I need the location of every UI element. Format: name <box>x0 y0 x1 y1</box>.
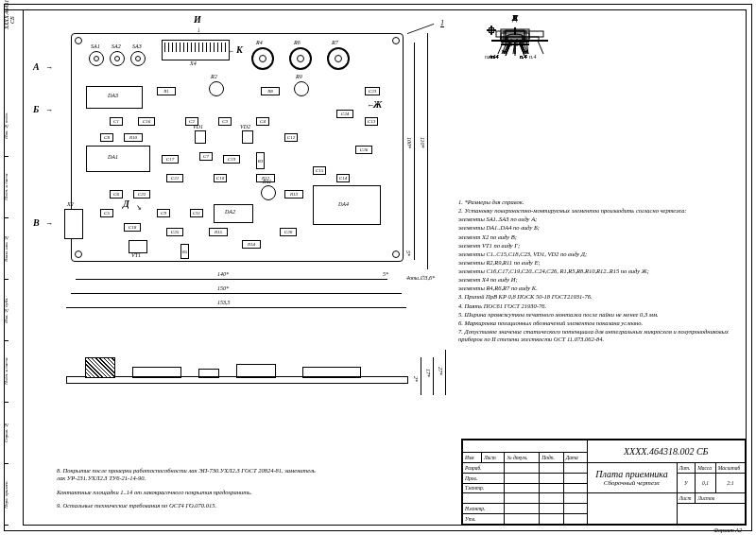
comp-C25: C25 <box>166 228 183 236</box>
comp-C15: C15 <box>313 166 326 175</box>
dim-line <box>427 33 428 269</box>
comp-C23: C23 <box>365 87 380 95</box>
section-mark-V: В <box>33 217 40 228</box>
comp-SA2 <box>110 51 125 66</box>
dim-line <box>414 43 415 260</box>
note: 6. Маркировка позиционных обозначений эл… <box>458 319 742 327</box>
dim-line <box>71 293 402 294</box>
comp-R3: R3 <box>256 152 265 169</box>
dim-w1: 140* <box>217 271 229 277</box>
side-comp <box>302 367 361 378</box>
left-margin-column: ХХХХ.464318.002 СБ Инв. № подл. Подп. и … <box>4 9 24 526</box>
comp-C14: C14 <box>336 174 350 182</box>
dim-line <box>421 357 421 395</box>
comp-SA3 <box>130 51 146 66</box>
drawing-number-rotated: ХХХХ.464318.002 СБ <box>4 9 23 29</box>
note: элемент X4 по виду И; <box>458 276 742 284</box>
comp-SA1 <box>89 51 104 66</box>
note: 5. Ширина промежутков печатного монтажа … <box>458 311 742 319</box>
note: 3. Припой ПрВ КР 0,8 ПОСК 50-18 ГОСТ2193… <box>458 293 742 301</box>
comp-C20: C20 <box>280 228 297 236</box>
svg-line-60 <box>506 44 510 56</box>
pcb-top-view: А → Б → В → Д ↘ И ↓ К ← Ж ← SA1 SA2 SA3 <box>28 14 444 336</box>
mounting-hole <box>392 37 400 44</box>
label: R9 <box>296 74 302 79</box>
label: VT1 <box>131 252 141 258</box>
comp-C10: C10 <box>214 174 227 182</box>
mounting-hole <box>392 250 400 258</box>
tb-cell: Лит. <box>677 462 696 473</box>
tb-cell: 0,1 <box>696 473 716 493</box>
tb-cell: Дата <box>563 453 587 463</box>
section-mark-B: Б <box>33 104 39 114</box>
comp-R5: R5 <box>180 244 189 259</box>
tb-cell: Лист <box>677 493 696 504</box>
margin-cell: Справ. № <box>4 403 9 464</box>
label: X4 <box>190 60 197 66</box>
mounting-hole <box>75 37 82 44</box>
section-mark-A: А <box>33 61 40 72</box>
comp-C12: C12 <box>284 133 298 142</box>
comp-R8: R8 <box>261 87 280 95</box>
dim-line <box>66 307 406 308</box>
note: элементы C16,C17,C19,C20..C24,C26, R1,R5… <box>458 268 742 275</box>
comp-C18: C18 <box>124 223 141 232</box>
comp-VD1 <box>195 130 206 144</box>
comp-R4 <box>251 47 274 70</box>
pcb-side-view: 2* 17* 27* <box>28 350 406 406</box>
comp-R1: R1 <box>157 87 176 95</box>
label: DA2 <box>225 209 235 215</box>
drawing-sheet: ХХХХ.464318.002 СБ Инв. № подл. Подп. и … <box>0 0 756 535</box>
note: Контактные площадки 1..14 от лакокрасочн… <box>57 489 321 496</box>
note: 8. Покрытие после проверки работоспособн… <box>57 467 321 482</box>
comp-C11: C11 <box>190 209 203 217</box>
comp-C9: C9 <box>157 209 170 217</box>
label: SA3 <box>132 43 142 49</box>
dim-line <box>445 350 446 395</box>
bottom-notes: 8. Покрытие после проверки работоспособн… <box>57 461 321 517</box>
tb-cell: Разраб. <box>463 462 505 473</box>
comp-C5: C5 <box>100 209 113 217</box>
comp-R9 <box>294 81 309 96</box>
label: SA2 <box>112 43 121 49</box>
comp-C26: C26 <box>355 146 372 154</box>
dim-h1: 100* <box>406 137 412 148</box>
label: R4 <box>256 40 263 45</box>
margin-cell: Перв. примен. <box>4 464 9 526</box>
view-title: К <box>512 14 517 23</box>
comp-R6 <box>289 47 312 70</box>
label: VD1 <box>193 124 203 129</box>
tb-cell: Листов <box>696 493 746 504</box>
tb-cell: Масштаб <box>715 462 745 473</box>
label: SA1 <box>91 43 100 49</box>
label: X2 <box>67 201 74 207</box>
side-comp <box>132 367 181 378</box>
note: 9. Остальные технические требования по О… <box>57 502 321 509</box>
dim-line <box>76 279 387 280</box>
arrow-icon: → <box>45 106 53 114</box>
comp-C21: C21 <box>166 174 183 182</box>
tb-cell: 2:1 <box>715 473 745 493</box>
comp-DA1 <box>86 146 150 172</box>
view-note: п.4 <box>520 54 527 60</box>
drawing-number: ХХХХ.464318.002 СБ <box>587 440 745 463</box>
holes-note: 4отв.∅3,6* <box>406 274 435 281</box>
comp-R10: R10 <box>124 133 143 142</box>
comp-C24: C24 <box>336 110 353 118</box>
tb-cell: Изм <box>463 453 482 463</box>
comp-C1: C1 <box>110 117 123 126</box>
comp-C19: C19 <box>223 155 240 164</box>
dim-sv3: 27* <box>438 367 443 375</box>
tb-cell: Масса <box>696 462 716 473</box>
note: элемент X2 по виду В; <box>458 233 742 241</box>
dim-sv2: 17* <box>425 369 431 377</box>
dim-w3: 153,5 <box>217 300 231 305</box>
label: DA3 <box>108 93 118 98</box>
section-mark-I: И <box>194 14 201 25</box>
comp-VD2 <box>242 130 253 144</box>
note: 2. Установку поверхностно-монтируемых эл… <box>458 207 742 215</box>
comp-X2 <box>64 209 83 239</box>
tb-cell: Пров. <box>463 473 505 483</box>
svg-point-58 <box>506 34 524 42</box>
detail-views: А п.4 п.4 Б п.4 п.4 В п.4 п.4 Г п.4 п.4 … <box>477 14 742 194</box>
